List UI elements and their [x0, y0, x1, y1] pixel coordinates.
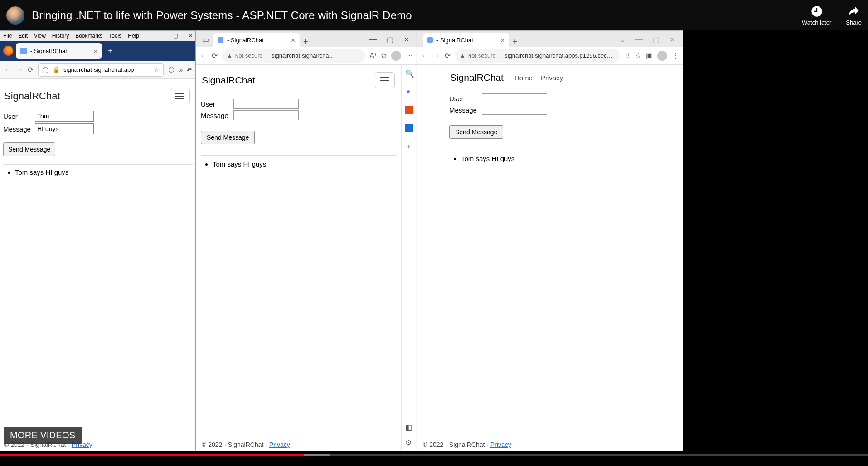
close-icon[interactable]: ✕ [669, 35, 675, 44]
message-input[interactable] [482, 105, 547, 115]
message-input[interactable] [35, 123, 94, 134]
share-page-icon[interactable]: ⇪ [625, 51, 630, 60]
channel-avatar[interactable] [6, 6, 24, 25]
firefox-logo-icon[interactable] [3, 46, 13, 56]
desktop-area: File Edit View History Bookmarks Tools H… [0, 30, 868, 466]
message-label: Message [3, 125, 35, 133]
message-item: Tom says HI guys [461, 155, 678, 162]
more-icon[interactable]: ⋯ [406, 51, 413, 60]
minimize-icon[interactable]: — [158, 33, 163, 39]
read-aloud-icon[interactable]: A⁾ [369, 51, 376, 60]
separator [3, 164, 193, 165]
search-icon[interactable]: 🔍 [405, 69, 413, 78]
nav-toggle-button[interactable] [170, 88, 190, 104]
maximize-icon[interactable]: ▢ [387, 35, 393, 44]
new-tab-button[interactable]: + [509, 37, 521, 47]
forward-icon[interactable]: → [433, 52, 440, 60]
tab-close-icon[interactable]: × [93, 47, 97, 55]
send-message-button[interactable]: Send Message [3, 142, 55, 156]
app-footer: © 2022 - SignalRChat - Privacy [202, 441, 290, 448]
nav-toggle-button[interactable] [375, 72, 395, 88]
add-sidebar-icon[interactable]: ＋ [405, 142, 413, 150]
browser-tab[interactable]: - SignalRChat × [213, 33, 300, 47]
footer-privacy-link[interactable]: Privacy [490, 441, 511, 448]
menu-edit[interactable]: Edit [18, 33, 28, 39]
send-message-button[interactable]: Send Message [201, 131, 255, 144]
tab-actions-icon[interactable]: ▭ [200, 34, 211, 45]
message-item: Tom says HI guys [15, 168, 193, 176]
settings-icon[interactable]: ⚙ [405, 438, 413, 446]
maximize-icon[interactable]: ▢ [173, 33, 178, 39]
watch-later-button[interactable]: Watch later [802, 5, 831, 26]
browser-tab[interactable]: - SignalRChat × [16, 43, 102, 59]
footer-privacy-link[interactable]: Privacy [269, 441, 290, 448]
separator [201, 155, 397, 156]
profile-avatar-icon[interactable] [391, 51, 401, 61]
url-bar[interactable]: ▲ Not secure | signalrchat-signalrchat.a… [455, 49, 620, 63]
tabs-dropdown-icon[interactable]: ⌄ [185, 65, 191, 73]
extensions-icon[interactable]: ▣ [646, 51, 653, 60]
nav-privacy[interactable]: Privacy [541, 74, 563, 82]
sparkle-icon[interactable]: ✦ [405, 88, 413, 96]
browser-tab[interactable]: - SignalRChat × [423, 33, 509, 47]
menu-file[interactable]: File [3, 33, 12, 39]
video-progress-bar[interactable] [0, 454, 868, 456]
app-brand[interactable]: SignalRChat [202, 75, 255, 86]
favorite-star-icon[interactable]: ☆ [635, 51, 641, 60]
reload-icon[interactable]: ⟳ [28, 65, 34, 74]
menu-view[interactable]: View [34, 33, 46, 39]
app-brand[interactable]: SignalRChat [4, 90, 60, 102]
user-input[interactable] [482, 93, 547, 103]
tab-close-icon[interactable]: × [500, 36, 504, 44]
new-tab-button[interactable]: + [300, 37, 312, 47]
edge-toolbar: ← → ⟳ ▲ Not secure | signalrchat-signalr… [417, 47, 683, 65]
user-label: User [449, 95, 482, 103]
split-screen-icon[interactable]: ◧ [405, 423, 413, 431]
back-icon[interactable]: ← [4, 66, 11, 74]
reload-icon[interactable]: ⟳ [212, 51, 218, 60]
bookmark-star-icon[interactable]: ☆ [154, 66, 160, 73]
shield-icon: ◯ [42, 66, 49, 73]
forward-icon[interactable]: → [16, 66, 23, 74]
reload-icon[interactable]: ⟳ [445, 51, 451, 60]
close-icon[interactable]: ✕ [403, 35, 409, 44]
watch-later-label: Watch later [802, 19, 831, 26]
menu-history[interactable]: History [52, 33, 69, 39]
overflow-icon[interactable]: » [179, 66, 183, 74]
more-videos-chip[interactable]: MORE VIDEOS [4, 427, 82, 444]
share-button[interactable]: Share [846, 5, 862, 26]
share-icon [848, 5, 860, 18]
back-icon[interactable]: ← [200, 52, 207, 60]
menu-help[interactable]: Help [128, 33, 139, 39]
tab-close-icon[interactable]: × [291, 36, 295, 44]
minimize-icon[interactable]: — [369, 35, 377, 44]
video-title: Bringing .NET to life with Power Systems… [32, 9, 412, 22]
tab-title: - SignalRChat [30, 48, 67, 54]
menu-bookmarks[interactable]: Bookmarks [75, 33, 102, 39]
nav-home[interactable]: Home [514, 74, 533, 82]
close-icon[interactable]: ✕ [188, 33, 193, 39]
menu-tools[interactable]: Tools [109, 33, 121, 39]
send-message-button[interactable]: Send Message [449, 125, 503, 139]
outlook-icon[interactable] [405, 124, 413, 132]
message-label: Message [201, 112, 233, 119]
more-icon[interactable]: ⋮ [672, 51, 679, 60]
favorite-star-icon[interactable]: ✩ [381, 51, 387, 60]
chevron-down-icon[interactable]: ⌄ [620, 35, 626, 44]
office-icon[interactable] [405, 106, 413, 114]
user-input[interactable] [233, 99, 299, 109]
pocket-icon[interactable]: ⬡ [168, 65, 175, 74]
user-input[interactable] [35, 111, 94, 122]
profile-avatar-icon[interactable] [657, 51, 667, 61]
app-brand[interactable]: SignalRChat [450, 72, 504, 83]
lock-icon: 🔒 [53, 66, 60, 73]
url-bar[interactable]: ▲ Not secure | signalrchat-signalrcha... [222, 49, 365, 63]
back-icon[interactable]: ← [421, 52, 428, 60]
url-text: signalrchat-signalrchat.app [63, 66, 134, 73]
minimize-icon[interactable]: — [635, 35, 643, 44]
maximize-icon[interactable]: ▢ [653, 35, 659, 44]
new-tab-button[interactable]: + [105, 46, 116, 56]
message-input[interactable] [233, 110, 299, 120]
chat-app: SignalRChat Home Privacy User Message Se [417, 65, 683, 451]
url-bar[interactable]: ◯ 🔒 signalrchat-signalrchat.app ☆ [38, 63, 164, 77]
